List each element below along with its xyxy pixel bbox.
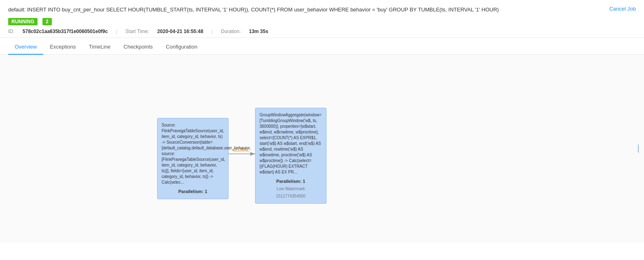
job-graph-canvas: GLOBAL Source: FlinkPravegaTableSource(u… xyxy=(0,55,644,242)
handle-line xyxy=(638,144,639,153)
aggregate-node[interactable]: GroupWindowAggregate(window=[TumblingGro… xyxy=(255,108,326,204)
sidebar-collapse-handle[interactable] xyxy=(636,140,641,157)
source-node[interactable]: Source: FlinkPravegaTableSource(user_id,… xyxy=(157,118,229,199)
source-node-text: Source: FlinkPravegaTableSource(user_id,… xyxy=(162,122,224,185)
start-time-value: 2020-04-21 16:55:48 xyxy=(157,29,203,34)
tab-configuration[interactable]: Configuration xyxy=(159,40,204,55)
duration-label: Duration: xyxy=(221,29,241,34)
meta-divider-2: | xyxy=(211,29,213,34)
aggregate-node-parallelism: Parallelism: 1 xyxy=(260,178,322,184)
job-title: default: INSERT INTO buy_cnt_per_hour SE… xyxy=(8,6,539,14)
id-value: 578c02c1aa635b317f1e0060501e0f9c xyxy=(22,29,108,34)
tab-bar: Overview Exceptions TimeLine Checkpoints… xyxy=(0,40,644,55)
start-time-label: Start Time: xyxy=(125,29,149,34)
id-label: ID: xyxy=(8,29,14,34)
tab-overview[interactable]: Overview xyxy=(8,40,43,55)
status-badge: RUNNING xyxy=(8,18,38,25)
cancel-job-button[interactable]: Cancel Job xyxy=(609,6,636,12)
tab-timeline[interactable]: TimeLine xyxy=(82,40,117,55)
tab-checkpoints[interactable]: Checkpoints xyxy=(117,40,160,55)
source-node-parallelism: Parallelism: 1 xyxy=(162,189,224,195)
tab-exceptions[interactable]: Exceptions xyxy=(43,40,82,55)
meta-divider-1: | xyxy=(116,29,117,34)
duration-value: 13m 35s xyxy=(249,29,268,34)
task-count-badge: 2 xyxy=(42,18,52,25)
aggregate-node-watermark-label: Low Watermark xyxy=(260,186,322,192)
aggregate-node-text: GroupWindowAggregate(window=[TumblingGro… xyxy=(260,112,322,175)
aggregate-node-watermark-value: 1511774354000 xyxy=(260,193,322,199)
